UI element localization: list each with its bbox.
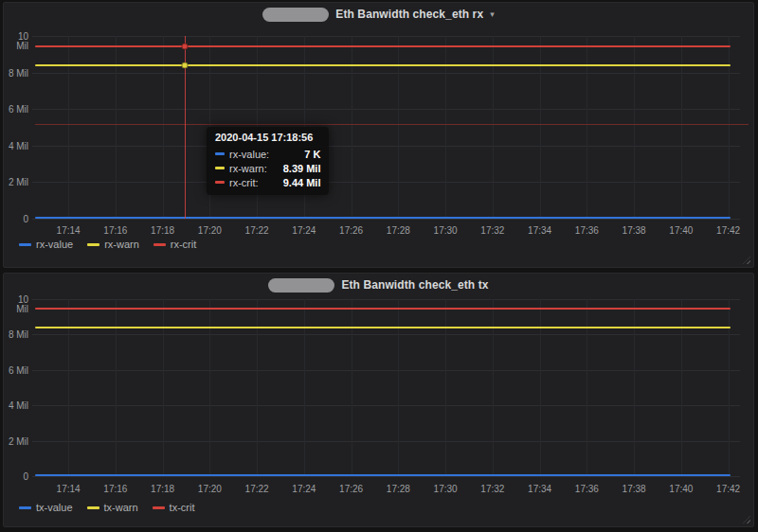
tooltip-series-dash — [215, 181, 225, 184]
y-tick-label: 6 Mil — [4, 366, 28, 376]
x-tick-label: 17:26 — [339, 485, 363, 494]
panel-menu-caret-icon[interactable]: ▾ — [490, 10, 495, 19]
x-tick-label: 17:34 — [528, 226, 551, 236]
legend-item-label: rx-crit — [171, 239, 197, 250]
legend-item-rx-warn[interactable]: rx-warn — [87, 239, 139, 250]
hover-tooltip: 2020-04-15 17:18:56rx-value:7 Krx-warn:8… — [207, 127, 329, 195]
x-tick-label: 17:26 — [339, 226, 363, 236]
y-tick-label: 4 Mil — [4, 142, 28, 151]
tooltip-series-label: rx-value: — [229, 149, 269, 160]
x-tick-label: 17:20 — [198, 485, 222, 494]
redacted-host-pill — [268, 278, 334, 293]
x-gridline — [68, 299, 69, 476]
x-tick-label: 17:34 — [528, 485, 551, 494]
legend-color-swatch — [87, 506, 99, 509]
tooltip-series-value: 7 K — [293, 149, 320, 160]
tooltip-series-value: 9.44 Mil — [272, 177, 321, 188]
x-gridline — [634, 36, 635, 219]
legend-item-tx-value[interactable]: tx-value — [19, 503, 73, 513]
y-tick-label: 10 Mil — [4, 295, 28, 314]
crosshair-dot-rx-warn — [181, 62, 188, 69]
tooltip-row: rx-value:7 K — [215, 147, 320, 161]
x-gridline — [493, 299, 494, 476]
tooltip-series-dash — [215, 152, 225, 155]
legend-item-label: tx-value — [36, 503, 73, 513]
tooltip-series-dash — [215, 167, 225, 169]
series-line-tx-warn — [35, 327, 731, 328]
legend-item-label: tx-warn — [104, 503, 138, 513]
x-tick-label: 17:36 — [575, 226, 599, 236]
legend-color-swatch — [19, 243, 31, 246]
panel-resize-handle[interactable] — [743, 516, 750, 523]
x-tick-label: 17:18 — [151, 226, 174, 236]
x-gridline — [634, 299, 635, 476]
chart-plot-area-tx[interactable]: 10 Mil8 Mil6 Mil4 Mil2 Mil017:1417:1617:… — [32, 299, 740, 476]
x-tick-label: 17:28 — [387, 485, 410, 494]
x-gridline — [352, 36, 352, 219]
x-gridline — [352, 299, 352, 476]
x-tick-label: 17:18 — [151, 485, 174, 494]
series-line-tx-value — [35, 474, 731, 476]
legend-item-rx-value[interactable]: rx-value — [19, 239, 73, 250]
legend-item-tx-crit[interactable]: tx-crit — [153, 503, 195, 513]
x-gridline — [540, 36, 541, 219]
x-tick-label: 17:38 — [623, 226, 646, 236]
panel-resize-handle[interactable] — [743, 257, 750, 264]
x-gridline — [398, 299, 399, 476]
x-gridline — [209, 299, 210, 476]
legend-color-swatch — [153, 243, 166, 246]
tooltip-series-label: rx-crit: — [229, 177, 259, 188]
y-tick-label: 8 Mil — [4, 330, 28, 340]
y-tick-label: 4 Mil — [4, 401, 28, 411]
series-line-rx-crit — [35, 45, 731, 47]
x-gridline — [445, 36, 446, 219]
x-gridline — [304, 299, 305, 476]
legend-item-label: tx-crit — [170, 503, 195, 513]
panel-header-tx[interactable]: Eth Banwidth check_eth tx — [4, 274, 753, 296]
y-tick-label: 0 — [4, 472, 28, 482]
panel-eth-rx: Eth Banwidth check_eth rx ▾ 10 Mil8 Mil6… — [3, 2, 754, 268]
series-line-tx-crit — [35, 308, 731, 310]
series-line-rx-value — [35, 217, 731, 219]
y-tick-label: 8 Mil — [4, 69, 28, 79]
x-tick-label: 17:42 — [716, 226, 740, 236]
x-tick-label: 17:32 — [480, 485, 504, 494]
x-gridline — [445, 299, 446, 476]
panel-title-tx: Eth Banwidth check_eth tx — [341, 278, 488, 292]
redacted-host-pill — [262, 8, 329, 22]
x-tick-label: 17:38 — [623, 485, 646, 494]
tooltip-row: rx-crit:9.44 Mil — [215, 175, 320, 189]
x-gridline — [681, 36, 682, 219]
panel-header-rx[interactable]: Eth Banwidth check_eth rx ▾ — [4, 3, 753, 26]
legend-item-rx-crit[interactable]: rx-crit — [153, 239, 197, 250]
tooltip-series-value: 8.39 Mil — [272, 163, 321, 174]
x-tick-label: 17:40 — [669, 485, 693, 494]
chart-legend-tx: tx-valuetx-warntx-crit — [19, 503, 194, 513]
x-tick-label: 17:20 — [198, 226, 222, 236]
x-gridline — [116, 299, 117, 476]
x-gridline — [68, 36, 69, 219]
legend-color-swatch — [19, 506, 31, 509]
x-gridline — [163, 36, 164, 219]
x-gridline — [729, 36, 730, 219]
y-gridline — [32, 219, 740, 220]
x-gridline — [681, 299, 682, 476]
x-tick-label: 17:30 — [434, 485, 458, 494]
x-tick-label: 17:28 — [387, 226, 410, 236]
tooltip-row: rx-warn:8.39 Mil — [215, 161, 320, 175]
crosshair-dot-rx-crit — [181, 43, 188, 49]
chart-plot-area-rx[interactable]: 10 Mil8 Mil6 Mil4 Mil2 Mil017:1417:1617:… — [32, 36, 740, 219]
unlabeled-threshold-line — [35, 124, 749, 125]
x-gridline — [257, 299, 258, 476]
x-tick-label: 17:24 — [292, 226, 316, 236]
y-tick-label: 2 Mil — [4, 437, 28, 447]
legend-item-tx-warn[interactable]: tx-warn — [87, 503, 138, 513]
legend-item-label: rx-value — [36, 239, 73, 250]
tooltip-timestamp: 2020-04-15 17:18:56 — [215, 132, 320, 143]
x-gridline — [116, 36, 117, 219]
x-gridline — [729, 299, 730, 476]
x-tick-label: 17:42 — [716, 485, 740, 494]
tooltip-series-label: rx-warn: — [229, 163, 267, 174]
x-tick-label: 17:22 — [245, 485, 269, 494]
x-tick-label: 17:32 — [480, 226, 504, 236]
